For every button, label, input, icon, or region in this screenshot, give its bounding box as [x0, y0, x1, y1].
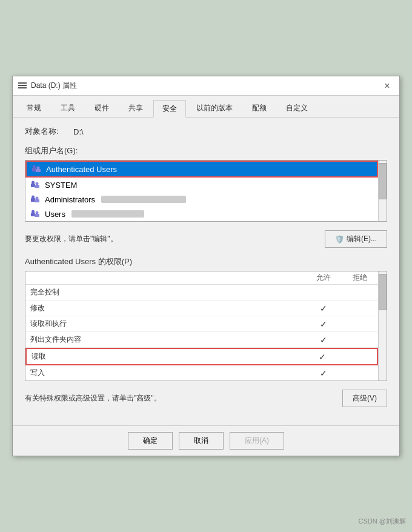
object-name-row: 对象名称: D:\	[25, 126, 387, 137]
perm-row-listfolder: 列出文件夹内容 ✓	[25, 332, 378, 348]
svg-point-7	[36, 182, 39, 185]
perm-col-name	[25, 273, 305, 283]
svg-point-13	[32, 210, 35, 213]
perm-allow-read: ✓	[304, 352, 341, 362]
edit-button-label: 编辑(E)...	[347, 234, 377, 244]
apply-button[interactable]: 应用(A)	[230, 432, 284, 450]
advanced-button[interactable]: 高级(V)	[342, 390, 387, 407]
users-blurred	[71, 210, 144, 218]
perm-col-allow: 允许	[305, 273, 342, 283]
perm-name-read: 读取	[27, 349, 304, 364]
dialog-window: Data (D:) 属性 × 常规 工具 硬件 共享 安全 以前的版本 配额 自…	[12, 76, 400, 456]
tab-sharing[interactable]: 共享	[119, 99, 152, 117]
svg-rect-2	[36, 169, 41, 172]
perm-row-fullcontrol: 完全控制	[25, 285, 378, 301]
user-name-system: SYSTEM	[45, 181, 77, 190]
user-name-authenticated: Authenticated Users	[46, 165, 117, 174]
user-name-admins: Administrators	[45, 195, 95, 204]
perm-allow-write: ✓	[305, 368, 342, 378]
users-list-scrollbar-thumb[interactable]	[379, 163, 387, 199]
svg-rect-14	[35, 214, 39, 217]
svg-point-9	[32, 196, 35, 199]
perm-table: 允许 拒绝 完全控制 修改 ✓ 读取和执行 ✓	[25, 271, 378, 381]
user-item-users[interactable]: Users	[25, 207, 378, 221]
perm-section-title: Authenticated Users 的权限(P)	[25, 256, 387, 267]
perm-allow-listfolder: ✓	[305, 335, 342, 345]
users-icon-users	[30, 209, 41, 219]
main-content: 对象名称: D:\ 组或用户名(G): Authenticated Users	[13, 118, 399, 425]
perm-row-write: 写入 ✓	[25, 365, 378, 381]
users-icon-system	[30, 180, 41, 190]
perm-name-write: 写入	[25, 365, 305, 381]
user-item-system[interactable]: SYSTEM	[25, 178, 378, 192]
title-bar-left: Data (D:) 属性	[18, 81, 77, 91]
close-button[interactable]: ×	[380, 79, 394, 93]
watermark: CSDN @刘澳辉	[359, 517, 406, 526]
tab-security[interactable]: 安全	[153, 100, 186, 118]
perm-table-scrollbar[interactable]	[378, 271, 387, 381]
tab-tools[interactable]: 工具	[51, 99, 84, 117]
svg-rect-8	[31, 198, 35, 202]
perm-row-modify: 修改 ✓	[25, 301, 378, 316]
ok-button[interactable]: 确定	[128, 432, 173, 450]
perm-name-modify: 修改	[25, 301, 305, 316]
advanced-section: 有关特殊权限或高级设置，请单击"高级"。 高级(V)	[25, 390, 387, 407]
svg-rect-4	[31, 184, 35, 187]
tab-previous[interactable]: 以前的版本	[187, 99, 242, 117]
perm-name-fullcontrol: 完全控制	[25, 285, 305, 300]
window-icon	[18, 82, 27, 90]
users-list-container: Authenticated Users SYSTEM	[25, 160, 387, 222]
user-item-authenticated[interactable]: Authenticated Users	[25, 161, 378, 178]
svg-point-11	[36, 197, 39, 200]
tab-customize[interactable]: 自定义	[277, 99, 317, 117]
perm-col-deny: 拒绝	[342, 273, 378, 283]
dialog-title: Data (D:) 属性	[31, 81, 77, 91]
svg-rect-12	[31, 213, 35, 216]
advanced-button-label: 高级(V)	[353, 393, 377, 404]
users-list-scrollbar[interactable]	[378, 161, 387, 221]
perm-table-header: 允许 拒绝	[25, 271, 378, 285]
users-icon-authenticated	[32, 164, 42, 174]
perm-row-read: 读取 ✓	[25, 348, 378, 365]
users-list: Authenticated Users SYSTEM	[25, 161, 378, 221]
svg-point-1	[33, 165, 36, 168]
perm-allow-modify: ✓	[305, 304, 342, 313]
perm-table-container: 允许 拒绝 完全控制 修改 ✓ 读取和执行 ✓	[25, 271, 387, 381]
svg-rect-10	[35, 199, 39, 202]
svg-rect-6	[35, 185, 39, 188]
perm-table-scrollbar-thumb[interactable]	[379, 274, 387, 310]
tab-general[interactable]: 常规	[18, 99, 50, 117]
edit-button[interactable]: 🛡️ 编辑(E)...	[325, 230, 387, 248]
tab-hardware[interactable]: 硬件	[85, 99, 118, 117]
tab-quota[interactable]: 配额	[243, 99, 276, 117]
svg-point-3	[37, 167, 40, 170]
perm-name-readexec: 读取和执行	[25, 316, 305, 331]
cancel-button[interactable]: 取消	[179, 432, 224, 450]
edit-button-icon: 🛡️	[335, 235, 344, 244]
users-icon-admins	[30, 195, 41, 204]
dialog-footer: 确定 取消 应用(A)	[13, 425, 399, 456]
perm-allow-readexec: ✓	[305, 319, 342, 329]
title-bar: Data (D:) 属性 ×	[13, 76, 399, 96]
user-name-users: Users	[45, 210, 65, 219]
edit-note: 要更改权限，请单击"编辑"。	[25, 234, 118, 244]
svg-point-15	[36, 211, 39, 214]
advanced-note: 有关特殊权限或高级设置，请单击"高级"。	[25, 393, 161, 404]
perm-name-listfolder: 列出文件夹内容	[25, 332, 305, 347]
svg-rect-0	[32, 168, 36, 171]
admin-blurred	[101, 196, 186, 203]
object-value: D:\	[73, 127, 84, 136]
perm-row-readexec: 读取和执行 ✓	[25, 316, 378, 332]
group-label: 组或用户名(G):	[25, 145, 387, 156]
tab-bar: 常规 工具 硬件 共享 安全 以前的版本 配额 自定义	[13, 96, 399, 118]
edit-section: 要更改权限，请单击"编辑"。 🛡️ 编辑(E)...	[25, 230, 387, 248]
object-label: 对象名称:	[25, 126, 67, 137]
user-item-admins[interactable]: Administrators	[25, 192, 378, 207]
svg-point-5	[32, 181, 35, 184]
